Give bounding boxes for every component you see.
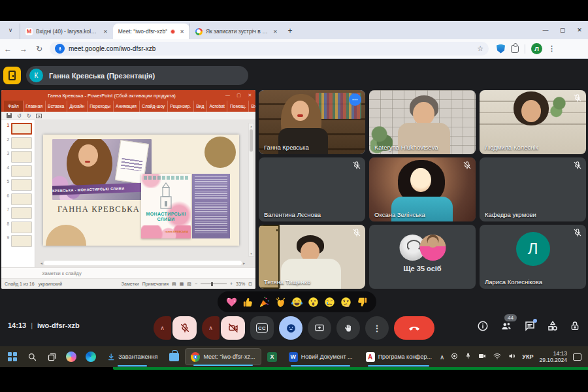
chrome-meet-window-button[interactable]: Meet: "iwo-dfsr-xz... [185,348,261,365]
participants-grid: ⋯ Ганна Кревська Kateryna Hlukhovtseva Л… [259,90,587,289]
new-tab-button[interactable]: + [288,26,293,35]
reaction-cry-icon[interactable] [323,296,336,308]
notification-center-icon[interactable] [573,353,581,361]
extensions-icon[interactable] [511,45,519,53]
tile-kafedra[interactable]: Кафедра укрмови [480,157,586,221]
browser-menu-icon[interactable]: ⋮ [548,44,555,53]
pdf-window-button[interactable]: A Програма конфер... [361,348,438,365]
participant-name: Людмила Колеснік [485,144,538,151]
reactions-button[interactable] [279,316,302,340]
tab-meet[interactable]: Meet: "iwo-dfsr-xzb" ✕ [113,24,189,39]
edge-button[interactable] [82,348,99,365]
tile-others-overflow[interactable]: Ще 35 осіб [369,225,476,289]
excel-button[interactable]: X [264,348,281,365]
camera-control[interactable]: ∧ [202,316,245,340]
reload-button[interactable]: ↻ [31,44,47,54]
reaction-thinking-icon[interactable] [340,296,352,308]
slide-text-block [192,174,230,238]
redo-icon: ↻ [27,113,31,119]
chat-button[interactable] [524,320,536,335]
raise-hand-button[interactable] [336,316,360,340]
word-window-button[interactable]: W Новий Документ ... [284,348,358,365]
downloads-button[interactable]: Завантаження [102,348,163,365]
copilot-button[interactable] [63,348,80,365]
close-tab-icon[interactable]: ✕ [103,29,108,35]
reaction-joy-icon[interactable] [291,296,303,308]
tile-oksana[interactable]: Оксана Зелінська [369,157,476,221]
slide-thumbnail: 8 [1,221,35,233]
search-button[interactable] [24,348,41,365]
participants-button[interactable]: 44 [500,320,513,335]
window-minimize-button[interactable]: — [537,27,554,33]
leave-call-button[interactable] [394,316,434,340]
camera-options-chevron-icon[interactable]: ∧ [202,316,220,340]
reaction-thumbs-up-icon[interactable] [242,296,254,308]
tray-display-icon[interactable] [450,351,459,363]
host-controls-button[interactable] [570,320,580,335]
window-close-button[interactable]: ✕ [571,27,588,33]
tray-mic-icon[interactable] [465,351,472,363]
horizontal-scrollbar[interactable]: ◂▸ [41,260,245,266]
clock: 14:13 [8,321,26,329]
address-bar[interactable]: meet.google.com/iwo-dfsr-xzb ☆ [50,42,489,56]
tile-lyudmyla[interactable]: Людмила Колеснік [480,90,586,154]
reaction-party-popper-icon[interactable] [258,296,270,308]
camera-off-button[interactable] [221,316,245,340]
mic-site-icon[interactable] [55,44,65,54]
reaction-sparkling-heart-icon[interactable] [225,296,238,308]
adblock-shield-icon[interactable] [497,44,505,54]
ppt-tab: Рецензир. [167,101,193,112]
close-tab-icon[interactable]: ✕ [180,29,184,35]
meeting-details-button[interactable] [477,320,489,335]
tile-hanna-krevska[interactable]: ⋯ Ганна Кревська [259,90,365,154]
tray-expand-icon[interactable]: ∧ [440,353,444,361]
presentation-banner[interactable]: К Ганна Кревська (Презентація) [26,66,248,85]
ppt-tab: Анимация [113,101,139,112]
tray-camera-icon[interactable] [478,351,487,363]
more-options-button[interactable]: ⋮ [365,316,389,340]
mic-control[interactable]: ∧ [154,316,197,340]
screenshare-powerpoint[interactable]: Ганна Кревська - PowerPoint (Сбой актива… [1,90,255,289]
mic-options-chevron-icon[interactable]: ∧ [154,316,171,340]
tile-options-button[interactable]: ⋯ [349,93,361,106]
tile-kateryna[interactable]: Kateryna Hlukhovtseva [369,90,476,154]
profile-avatar[interactable]: Л [531,43,542,54]
reaction-clap-icon[interactable] [274,296,287,308]
browser-tab-strip: ∨ M Вхідні (40) - larysa.kolesnykova ✕ M… [0,21,588,39]
tile-tetyana[interactable]: Тетяна Тищенко [259,225,365,289]
tray-network-icon[interactable] [493,351,502,363]
reaction-thumbs-down-icon[interactable] [356,296,368,308]
language-indicator[interactable]: УКР [522,353,533,360]
window-maximize-button[interactable]: ▢ [554,27,571,33]
captions-button[interactable]: CC [250,316,274,340]
activities-button[interactable] [547,320,559,335]
mic-muted-button[interactable] [172,316,197,340]
mic-muted-icon [573,228,582,240]
tab-gmail[interactable]: M Вхідні (40) - larysa.kolesnykova ✕ [20,24,113,39]
acrobat-icon: A [366,352,375,362]
reaction-surprised-icon[interactable] [307,296,319,308]
ppt-tab: Acrobat [206,101,227,112]
forward-button[interactable]: → [16,44,31,54]
present-button[interactable] [308,316,331,340]
avatar [419,235,446,261]
close-tab-icon[interactable]: ✕ [273,29,278,35]
back-button[interactable]: ← [0,44,16,54]
tile-valentyna[interactable]: Валентина Лєснова [259,157,365,221]
task-view-button[interactable] [43,348,60,365]
tab-search-icon[interactable]: ∨ [4,24,17,37]
tray-volume-icon[interactable] [508,351,516,363]
store-button[interactable] [165,348,182,365]
tab-google-search[interactable]: Як записати зустріч в гугл міт ✕ [189,24,283,39]
system-clock[interactable]: 14:1329.10.2024 [539,350,567,363]
book-author: ганна КРЕВСЬКА [165,231,188,233]
author-photo: КРЕВСЬКА - МОНАСТИРСЬКІ СЛИВИ [52,139,152,200]
mic-muted-icon [352,228,361,240]
start-button[interactable] [4,348,21,365]
zoom-level: 33% [236,282,245,286]
view-reading-icon: ▧ [187,282,191,287]
extension-door-icon[interactable] [3,67,21,84]
vertical-scrollbar[interactable]: ▴▾ [248,123,254,257]
tile-larysa[interactable]: Л Лариса Колеснікова [480,225,586,289]
bookmark-star-icon[interactable]: ☆ [477,44,483,53]
